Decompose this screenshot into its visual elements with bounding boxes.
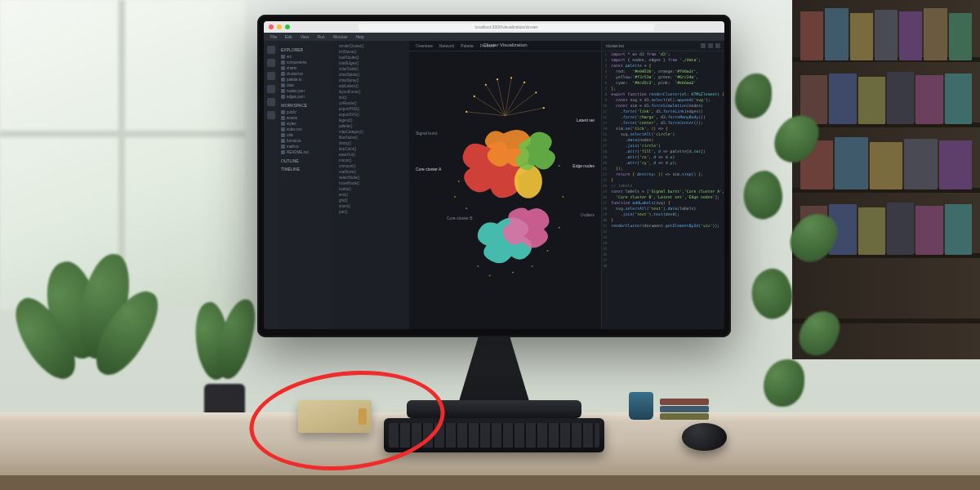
outline-item[interactable]: onResize(): [334, 101, 406, 107]
svg-point-20: [477, 265, 479, 267]
svg-point-19: [466, 207, 467, 209]
file-tree-item[interactable]: utils: [281, 132, 328, 138]
outline-item[interactable]: selectNode(): [334, 176, 406, 181]
menu-help[interactable]: Help: [355, 34, 363, 39]
file-tree-item[interactable]: edges.json: [281, 94, 328, 100]
outline-item[interactable]: renderCluster(): [334, 44, 406, 50]
menu-edit[interactable]: Edit: [285, 34, 292, 39]
outline-item[interactable]: easeOut(): [334, 153, 406, 158]
svg-point-9: [497, 78, 498, 80]
outline-item[interactable]: tick(): [334, 96, 406, 101]
plant-left: [16, 245, 163, 425]
file-tree-item[interactable]: math.ts: [281, 144, 328, 149]
outline-item[interactable]: hoverNode(): [334, 181, 406, 187]
svg-point-17: [458, 180, 460, 182]
monitor-stand-neck: [457, 333, 531, 407]
outline-item[interactable]: colorScale(): [334, 67, 406, 73]
outline-item[interactable]: legend(): [334, 118, 406, 124]
file-tree-item[interactable]: nodes.json: [281, 88, 328, 94]
viz-label-f: Outliers: [581, 212, 595, 217]
search-icon[interactable]: [267, 59, 275, 67]
outline-item[interactable]: pan(): [334, 210, 406, 216]
svg-point-14: [474, 96, 475, 97]
file-tree-item[interactable]: components: [281, 60, 328, 65]
outline-item[interactable]: clamp(): [334, 141, 406, 147]
traffic-light-max-icon[interactable]: [285, 24, 290, 29]
explorer-heading: EXPLORER: [281, 47, 328, 52]
viz-title: Cluster Visualization: [409, 42, 601, 47]
debug-icon[interactable]: [267, 85, 275, 93]
outline-item[interactable]: addLabels(): [334, 84, 406, 90]
menu-window[interactable]: Window: [333, 34, 348, 39]
files-icon[interactable]: [267, 46, 275, 54]
svg-point-8: [485, 84, 487, 86]
svg-point-22: [512, 272, 514, 274]
svg-line-0: [486, 85, 506, 116]
outline-item[interactable]: loadNodes(): [334, 56, 406, 61]
viz-label-a: Signal burst: [416, 131, 437, 136]
file-tree-item[interactable]: cluster.tsx: [281, 71, 328, 77]
outline-item[interactable]: lerpColor(): [334, 147, 406, 153]
svg-line-2: [506, 78, 512, 115]
viz-label-c: Core cluster B: [447, 216, 473, 220]
svg-point-24: [547, 250, 549, 252]
outline-item[interactable]: filterNoise(): [334, 136, 406, 141]
outline-item[interactable]: axis(): [334, 193, 406, 198]
file-tree-item[interactable]: assets: [281, 115, 328, 121]
viz-canvas[interactable]: Signal burst Core cluster A Core cluster…: [412, 52, 598, 326]
outline-item[interactable]: drawSpray(): [334, 78, 406, 84]
file-tree-item[interactable]: public: [281, 109, 328, 115]
outline-item[interactable]: exportSVG(): [334, 113, 406, 118]
file-tree-item[interactable]: index.css: [281, 127, 328, 132]
file-tree-item[interactable]: styles: [281, 121, 328, 127]
outline-item[interactable]: unmount(): [334, 164, 406, 170]
outline-item[interactable]: zoom(): [334, 204, 406, 210]
outline-item[interactable]: mapCategory(): [334, 130, 406, 136]
outline-panel: renderCluster()initScene()loadNodes()loa…: [331, 41, 409, 329]
svg-point-23: [532, 265, 533, 267]
file-tree-item[interactable]: format.ts: [281, 138, 328, 144]
outline-item[interactable]: useStore(): [334, 170, 406, 176]
ide-menubar: FileEditViewRunWindowHelp: [264, 33, 724, 41]
coffee-cup: [629, 392, 653, 420]
outline-item[interactable]: drawSplats(): [334, 73, 406, 78]
code-lines[interactable]: import * as d3 from 'd3';import { nodes,…: [609, 51, 724, 329]
extensions-icon[interactable]: [267, 98, 275, 106]
address-bar[interactable]: localhost:3000/visualization/cluster: [359, 24, 654, 31]
outline-item[interactable]: tooltip(): [334, 187, 406, 193]
outline-item[interactable]: loadEdges(): [334, 61, 406, 67]
outline-item[interactable]: palette(): [334, 124, 406, 130]
close-icon[interactable]: [715, 43, 720, 48]
outline-item[interactable]: exportPNG(): [334, 107, 406, 113]
browser-titlebar: localhost:3000/visualization/cluster: [264, 21, 724, 33]
svg-point-21: [489, 274, 491, 276]
split-icon[interactable]: [701, 43, 706, 48]
menu-run[interactable]: Run: [317, 34, 324, 39]
svg-point-10: [510, 77, 512, 78]
viz-label-d: Latent set: [577, 118, 595, 122]
branch-icon[interactable]: [267, 72, 275, 80]
traffic-light-min-icon[interactable]: [277, 24, 282, 29]
outline-item[interactable]: mount(): [334, 158, 406, 164]
outline-heading: OUTLINE: [281, 158, 328, 163]
outline-item[interactable]: initScene(): [334, 50, 406, 56]
file-tree-item[interactable]: charts: [281, 65, 328, 71]
more-icon[interactable]: [708, 43, 713, 48]
svg-point-15: [466, 111, 467, 113]
file-tree-item[interactable]: src: [281, 54, 328, 60]
ide-screen: localhost:3000/visualization/cluster Fil…: [264, 21, 724, 329]
plant-right-vine: [719, 49, 898, 425]
traffic-light-close-icon[interactable]: [269, 24, 274, 29]
svg-line-7: [466, 112, 505, 116]
svg-line-5: [506, 108, 544, 115]
file-tree-item[interactable]: README.md: [281, 149, 328, 155]
outline-item[interactable]: layoutForce(): [334, 90, 406, 96]
outline-item[interactable]: grid(): [334, 198, 406, 204]
file-tree-item[interactable]: palette.ts: [281, 77, 328, 82]
file-tree-item[interactable]: data: [281, 82, 328, 88]
menu-file[interactable]: File: [270, 34, 277, 39]
svg-line-4: [506, 92, 537, 115]
menu-view[interactable]: View: [301, 34, 310, 39]
file-explorer: EXPLORER srccomponentschartscluster.tsxp…: [278, 41, 331, 329]
settings-icon[interactable]: [267, 111, 275, 119]
